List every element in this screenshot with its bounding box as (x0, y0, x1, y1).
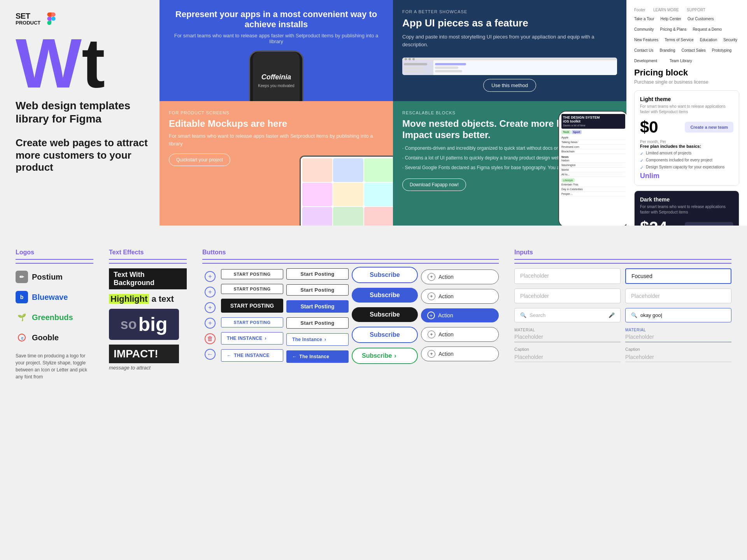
action-filled[interactable]: + Action (421, 308, 499, 322)
subscribe-filled[interactable]: Subscribe (352, 288, 418, 303)
action-outline-3[interactable]: + Action (421, 327, 499, 342)
inputs-title: Inputs (514, 249, 731, 260)
search-placeholder: Search (530, 312, 545, 318)
panel-mockup-title: Editable Mockups are here (169, 118, 384, 129)
light-create-team-button[interactable]: Create a new team (685, 122, 733, 133)
action-outline-1[interactable]: + Action (421, 270, 499, 284)
add-icon-4[interactable]: + (205, 318, 216, 329)
figma-icon (45, 12, 58, 25)
logos-save-text: Save time on producing a logo for your p… (16, 352, 93, 380)
gooble-icon (16, 331, 28, 344)
gooble-label: Gooble (32, 333, 59, 342)
pricing-block-title: Pricing block (634, 68, 739, 78)
dark-theme-title: Dark theme (640, 196, 733, 203)
caption-value-1: Placeholder (514, 352, 621, 362)
search-input-filled[interactable]: 🔍 okay goo| (625, 308, 731, 322)
logo-item-postium: ✏ Postium (16, 268, 93, 285)
the-instance-mixed-2[interactable]: ← The Instance (286, 350, 349, 363)
placeholder-input-1[interactable]: Placeholder (514, 268, 621, 284)
material-input-2[interactable]: MATERIAL Placeholder (625, 327, 731, 342)
caption-label-2: Caption (625, 347, 731, 352)
left-panel: SET PRODUCT W t Web design templates lib… (0, 0, 160, 233)
caption-input-2[interactable]: Caption Placeholder (625, 347, 731, 362)
the-instance-label: THE INSTANCE (227, 336, 262, 341)
add-icon-5[interactable]: ← (205, 349, 216, 360)
light-feature1: Limited amount of projects (646, 151, 691, 155)
start-posting-filled[interactable]: Start Posting (286, 300, 349, 313)
panel-mockup-desc: For smart teams who want to release apps… (169, 132, 384, 147)
plus-circle-icon-5: + (428, 350, 435, 358)
add-icon-3[interactable]: + (205, 302, 216, 313)
subscribe-green[interactable]: Subscribe › (352, 348, 418, 364)
start-posting-outline-1[interactable]: START POSTING (221, 269, 283, 279)
phone-app-name: Coffeinia (261, 73, 291, 81)
logo-item-gooble: Gooble (16, 329, 93, 346)
logo-items-list: ✏ Postium b Bluewave 🌱 Greenbuds Gooble (16, 268, 93, 346)
placeholder-input-2[interactable]: Placeholder (514, 289, 621, 303)
logo-item-bluewave: b Bluewave (16, 289, 93, 306)
dark-price: $24 (640, 218, 667, 226)
text-so-big: so big (109, 309, 179, 340)
quickstart-button[interactable]: Quickstart your project (169, 154, 230, 166)
pricing-card-light: Light theme For smart teams who want to … (634, 90, 739, 186)
phone-mockup: Coffeinia Keeps you motivated (249, 51, 303, 101)
use-method-button[interactable]: Use this method (483, 79, 536, 92)
search-input-empty[interactable]: 🔍 Search 🎤 (514, 308, 621, 322)
right-panels: Represent your apps in a most convenient… (160, 0, 747, 233)
text-bg-effect: Text With Background (109, 268, 187, 289)
start-posting-mixed-1[interactable]: Start Posting (286, 268, 349, 280)
light-theme-title: Light theme (640, 96, 733, 102)
caption-input-1[interactable]: Caption Placeholder (514, 347, 621, 362)
light-feature3: Design System capacity for your expectat… (646, 165, 724, 169)
subscribe-outline-2[interactable]: Subscribe (352, 327, 418, 343)
start-posting-mixed-2[interactable]: Start Posting (286, 284, 349, 296)
logo-set: SET (16, 12, 40, 20)
the-instance-arrow[interactable]: ← THE INSTANCE (221, 349, 283, 362)
light-price: $0 (640, 118, 658, 136)
panel-rescalable: RESCALABLE BLOCKS Move nested objects. C… (393, 101, 626, 226)
outline-buttons-column: START POSTING START POSTING START POSTIN… (221, 269, 283, 362)
action-outline-4[interactable]: + Action (421, 346, 499, 361)
subscribe-outline-1[interactable]: Subscribe (352, 267, 418, 283)
caption-label-1: Caption (514, 347, 621, 352)
subscribe-dark[interactable]: Subscribe (352, 307, 418, 322)
the-instance-label2: THE INSTANCE (234, 353, 269, 358)
plus-circle-icon-3: + (427, 312, 435, 319)
search-icon-2: 🔍 (631, 312, 637, 318)
light-unlimited: Unlim (640, 172, 733, 180)
pricing-card-dark: Dark theme For smart teams who want to r… (634, 191, 739, 226)
action-label-5: Action (438, 351, 454, 357)
bluewave-label: Bluewave (32, 293, 68, 302)
add-icon-delete[interactable]: 🗑 (205, 333, 216, 344)
the-instance-mixed-1[interactable]: The Instance › (286, 333, 349, 346)
wt-hero: W t (16, 33, 148, 93)
start-posting-mixed-3[interactable]: Start Posting (286, 317, 349, 329)
arrow-right-icon: › (324, 337, 326, 342)
panel-pricing: FooterLEARN MORESUPPORT Take a TourHelp … (626, 0, 747, 226)
add-icon-1[interactable]: + (205, 271, 216, 282)
start-posting-solid[interactable]: START POSTING (221, 299, 283, 313)
placeholder-input-3[interactable]: Placeholder (625, 289, 731, 303)
bluewave-icon: b (16, 291, 28, 303)
panel-app-ui-badge: FOR A BETTER SHOWCASE (402, 9, 617, 14)
start-posting-outline-2[interactable]: START POSTING (221, 284, 283, 294)
light-per-month: Per month, Per (640, 140, 733, 144)
plus-circle-icon-1: + (428, 273, 435, 281)
the-instance-outline[interactable]: THE INSTANCE › (221, 332, 283, 345)
buttons-title: Buttons (202, 249, 499, 260)
text-highlight-effect: Highlight a text (109, 294, 187, 304)
action-outline-2[interactable]: + Action (421, 289, 499, 304)
logo-item-greenbuds: 🌱 Greenbuds (16, 309, 93, 326)
download-button[interactable]: Download Fapapp now! (402, 178, 466, 191)
tablet-mockup (300, 156, 393, 226)
add-icon-2[interactable]: + (205, 287, 216, 298)
dark-create-team-button[interactable]: Create a new team (685, 222, 733, 226)
material-input-1[interactable]: MATERIAL Placeholder (514, 327, 621, 342)
focused-input[interactable]: Focused (625, 268, 731, 284)
text-so: so (121, 316, 137, 332)
panel-mockup-badge: FOR PRODUCT SCREENS (169, 110, 384, 115)
plus-circle-icon-4: + (428, 331, 435, 338)
start-posting-outline-blue[interactable]: START POSTING (221, 317, 283, 327)
text-effects-items: Text With Background Highlight a text so… (109, 268, 187, 371)
text-impact-group: Impact! message to attract (109, 345, 187, 371)
